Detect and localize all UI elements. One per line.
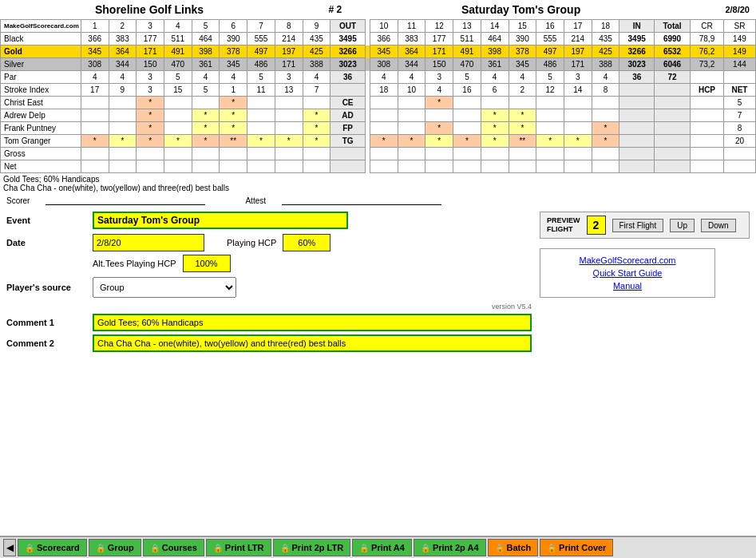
par-label: Par xyxy=(1,71,81,84)
tab-print-2p-ltr-label: Print 2p LTR xyxy=(292,543,344,552)
comment1-row: Comment 1 xyxy=(6,314,532,331)
col-sr: SR xyxy=(723,20,755,33)
playing-hcp-input[interactable] xyxy=(283,234,331,251)
course-title: Shoreline Golf Links xyxy=(6,3,292,16)
col-16: 16 xyxy=(536,20,564,33)
player-name: Frank Puntney xyxy=(1,122,81,135)
lock-icon: 🔒 xyxy=(280,544,290,552)
col-9: 9 xyxy=(303,20,331,33)
tab-courses-label: Courses xyxy=(162,543,197,552)
manual-link[interactable]: Manual xyxy=(547,281,708,291)
form-left: Event Date Playing HCP Alt.Tees Playing … xyxy=(6,212,532,355)
gold-label: Gold xyxy=(1,46,81,58)
col-18: 18 xyxy=(592,20,619,33)
table-row: Stroke Index 1793155111137 1810416621214… xyxy=(1,84,756,97)
attest-label: Attest xyxy=(245,196,266,205)
table-row: Frank Puntney **** FP **** 8 xyxy=(1,122,756,135)
col-total: Total xyxy=(655,20,691,33)
col-4: 4 xyxy=(164,20,192,33)
tab-print-2p-ltr[interactable]: 🔒 Print 2p LTR xyxy=(273,539,351,556)
tab-group-label: Group xyxy=(108,543,134,552)
col-8: 8 xyxy=(275,20,303,33)
table-row: Christ East ** CE * 5 xyxy=(1,97,756,109)
first-flight-button[interactable]: First Flight xyxy=(612,219,664,232)
nav-left-arrow[interactable]: ◀ xyxy=(3,539,16,556)
note-line1: Gold Tees; 60% Handicaps xyxy=(3,175,753,184)
table-row: Silver 308344150470361345486171388 3023 … xyxy=(1,58,756,71)
note-line2: Cha Cha Cha - one(white), two(yellow) an… xyxy=(3,184,753,192)
player-name: Tom Granger xyxy=(1,135,81,148)
player-source-row: Player's source Group Manual Import xyxy=(6,277,532,298)
table-row: Adrew Delp **** AD ** 7 xyxy=(1,109,756,122)
tab-print-2p-a4[interactable]: 🔒 Print 2p A4 xyxy=(414,539,486,556)
table-row: Gross xyxy=(1,148,756,160)
event-input[interactable] xyxy=(93,212,348,229)
sidebar-box: MakeGolfScorecard.com Quick Start Guide … xyxy=(540,248,715,298)
date-input[interactable] xyxy=(93,234,204,251)
tab-batch-label: Batch xyxy=(507,543,532,552)
col-cr: CR xyxy=(691,20,724,33)
col-2: 2 xyxy=(109,20,137,33)
col-5: 5 xyxy=(192,20,220,33)
comment1-input[interactable] xyxy=(93,314,532,331)
tab-print-2p-a4-label: Print 2p A4 xyxy=(433,543,479,552)
makegolf-link[interactable]: MakeGolfScorecard.com xyxy=(547,255,708,265)
comment1-label: Comment 1 xyxy=(6,318,86,327)
table-row: Tom Granger ********** TG ********** 20 xyxy=(1,135,756,148)
quickstart-link[interactable]: Quick Start Guide xyxy=(547,268,708,278)
tab-print-ltr[interactable]: 🔒 Print LTR xyxy=(206,539,271,556)
col-11: 11 xyxy=(398,20,425,33)
col-14: 14 xyxy=(481,20,509,33)
scorer-label: Scorer xyxy=(6,196,30,205)
site-label: MakeGolfScorecard.com xyxy=(1,20,81,33)
lock-icon: 🔒 xyxy=(213,544,223,552)
playing-hcp-label: Playing HCP xyxy=(227,238,276,247)
up-button[interactable]: Up xyxy=(670,219,695,232)
comment2-input[interactable] xyxy=(93,334,532,352)
right-panel: PREVIEW FLIGHT 2 First Flight Up Down Ma… xyxy=(540,212,750,355)
form-section: Event Date Playing HCP Alt.Tees Playing … xyxy=(0,207,756,360)
col-7: 7 xyxy=(247,20,275,33)
alt-tees-label: Alt.Tees Playing HCP xyxy=(93,259,176,268)
tab-print-cover[interactable]: 🔒 Print Cover xyxy=(540,539,613,556)
attest-line xyxy=(282,196,441,205)
flight-number: 2 xyxy=(587,216,606,235)
table-row: Gold 345364171491398378497197425 3266 34… xyxy=(1,46,756,58)
gross-label: Gross xyxy=(1,148,81,160)
tab-courses[interactable]: 🔒 Courses xyxy=(143,539,204,556)
lock-icon: 🔒 xyxy=(150,544,160,552)
col-15: 15 xyxy=(509,20,536,33)
col-13: 13 xyxy=(453,20,481,33)
alt-tees-input[interactable] xyxy=(183,255,231,272)
tab-batch[interactable]: 🔒 Batch xyxy=(488,539,539,556)
down-button[interactable]: Down xyxy=(701,219,736,232)
notes-section: Gold Tees; 60% Handicaps Cha Cha Cha - o… xyxy=(0,173,756,194)
player-source-select[interactable]: Group Manual Import xyxy=(93,277,236,298)
tab-scorecard[interactable]: 🔒 Scorecard xyxy=(18,539,87,556)
date-hcp-row: Date Playing HCP xyxy=(6,234,532,251)
lock-icon: 🔒 xyxy=(495,544,505,552)
col-6: 6 xyxy=(220,20,247,33)
stroke-index-label: Stroke Index xyxy=(1,84,81,97)
lock-icon: 🔒 xyxy=(547,544,556,552)
preview-label-line1: PREVIEW xyxy=(547,216,580,225)
col-3: 3 xyxy=(137,20,164,33)
lock-icon: 🔒 xyxy=(25,544,34,552)
lock-icon: 🔒 xyxy=(421,544,430,552)
tab-scorecard-label: Scorecard xyxy=(37,543,80,552)
tab-print-a4[interactable]: 🔒 Print A4 xyxy=(352,539,412,556)
tab-print-a4-label: Print A4 xyxy=(371,543,405,552)
scorer-line xyxy=(46,196,205,205)
silver-label: Silver xyxy=(1,58,81,71)
col-12: 12 xyxy=(425,20,453,33)
preview-flight-panel: PREVIEW FLIGHT 2 First Flight Up Down xyxy=(540,212,750,239)
tab-group[interactable]: 🔒 Group xyxy=(89,539,141,556)
lock-icon: 🔒 xyxy=(96,544,105,552)
tab-print-ltr-label: Print LTR xyxy=(225,543,264,552)
alt-tees-row: Alt.Tees Playing HCP xyxy=(93,255,532,272)
event-row: Event xyxy=(6,212,532,229)
col-1: 1 xyxy=(81,20,109,33)
player-name: Adrew Delp xyxy=(1,109,81,122)
tab-print-cover-label: Print Cover xyxy=(559,543,606,552)
scorecard-number: # 2 xyxy=(292,4,378,15)
